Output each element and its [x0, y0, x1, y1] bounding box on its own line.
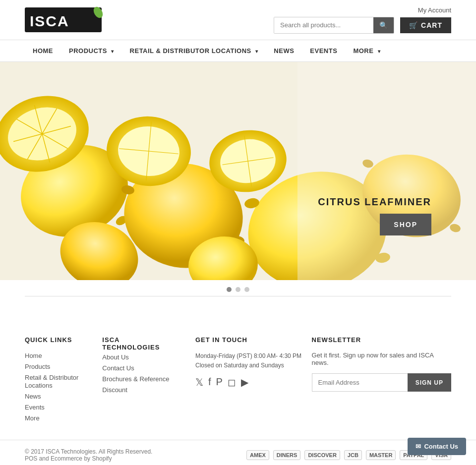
newsletter-form: SIGN UP [312, 373, 451, 392]
shop-button[interactable]: SHOP [380, 214, 431, 235]
facebook-icon[interactable]: f [208, 376, 211, 388]
hero-slide-label: CITRUS LEAFMINER [318, 196, 431, 208]
footer-get-in-touch: GET IN TOUCH Monday-Friday (PST) 8:00 AM… [195, 336, 312, 425]
search-icon: 🔍 [379, 21, 388, 29]
cart-button[interactable]: 🛒 CART [400, 17, 451, 33]
pinterest-icon[interactable]: P [216, 376, 223, 388]
slide-dot-2[interactable] [236, 287, 240, 292]
search-box: 🔍 [274, 17, 394, 34]
svg-text:ISCA: ISCA [30, 13, 69, 29]
business-hours: Monday-Friday (PST) 8:00 AM- 4:30 PM Clo… [195, 351, 312, 370]
contact-float-label: Contact Us [424, 443, 458, 450]
newsletter-heading: NEWSLETTER [312, 336, 451, 344]
header-right: My Account 🔍 🛒 CART [274, 6, 451, 34]
payment-amex: AMEX [246, 450, 269, 460]
twitter-icon[interactable]: 𝕏 [195, 376, 203, 388]
nav-item-events[interactable]: EVENTS [302, 40, 345, 61]
slide-dot-3[interactable] [244, 287, 249, 292]
hero-banner: CITRUS LEAFMINER SHOP [0, 62, 476, 280]
nav-item-products[interactable]: PRODUCTS ▾ [61, 40, 122, 61]
chevron-down-icon: ▾ [378, 49, 381, 54]
envelope-icon: ✉ [416, 443, 421, 450]
newsletter-description: Get it first. Sign up now for sales and … [312, 351, 451, 366]
footer-main: QUICK LINKS Home Products Retail & Distr… [0, 316, 476, 440]
main-nav: HOME PRODUCTS ▾ RETAIL & DISTRIBUTOR LOC… [0, 40, 476, 62]
slide-dot-1[interactable] [227, 287, 232, 292]
footer-bottom: © 2017 ISCA Technologies. All Rights Res… [0, 440, 476, 465]
social-icons: 𝕏 f P ◻ ▶ [195, 376, 312, 388]
cart-label: CART [421, 21, 442, 29]
hero-text-block: CITRUS LEAFMINER SHOP [318, 196, 431, 235]
powered-by-shopify[interactable]: POS and Ecommerce by Shopify [25, 455, 112, 462]
list-item[interactable]: Brochures & Reference [102, 375, 195, 383]
nav-item-retail[interactable]: RETAIL & DISTRIBUTOR LOCATIONS ▾ [122, 40, 266, 61]
isca-heading: ISCA TECHNOLOGIES [102, 336, 195, 351]
logo[interactable]: ISCA [25, 5, 104, 35]
list-item[interactable]: Retail & Distributor Locations [25, 373, 102, 389]
svg-rect-32 [298, 62, 476, 280]
payment-jcb: JCB [344, 450, 362, 460]
instagram-icon[interactable]: ◻ [228, 376, 236, 388]
header: ISCA My Account 🔍 🛒 CART [0, 0, 476, 40]
youtube-icon[interactable]: ▶ [241, 376, 248, 388]
cart-icon: 🛒 [409, 21, 418, 29]
list-item[interactable]: Discount [102, 386, 195, 394]
nav-item-home[interactable]: HOME [25, 40, 61, 61]
get-in-touch-heading: GET IN TOUCH [195, 336, 312, 344]
footer-quick-links: QUICK LINKS Home Products Retail & Distr… [25, 336, 102, 425]
nav-item-more[interactable]: MORE ▾ [345, 40, 388, 61]
search-cart-area: 🔍 🛒 CART [274, 17, 451, 34]
signup-button[interactable]: SIGN UP [408, 373, 451, 392]
list-item[interactable]: Products [25, 362, 102, 370]
contact-float-button[interactable]: ✉ Contact Us [408, 438, 466, 455]
my-account-link[interactable]: My Account [418, 6, 451, 14]
list-item[interactable]: More [25, 414, 102, 422]
footer-newsletter: NEWSLETTER Get it first. Sign up now for… [312, 336, 451, 425]
quick-links-heading: QUICK LINKS [25, 336, 102, 344]
chevron-down-icon: ▾ [255, 49, 258, 54]
list-item[interactable]: Events [25, 403, 102, 411]
chevron-down-icon: ▾ [111, 49, 114, 54]
footer-isca-tech: ISCA TECHNOLOGIES About Us Contact Us Br… [102, 336, 195, 425]
spacer [0, 296, 476, 316]
hero-dots [0, 280, 476, 296]
payment-master: MASTER [366, 450, 396, 460]
footer-copyright: © 2017 ISCA Technologies. All Rights Res… [25, 448, 152, 462]
nav-item-news[interactable]: NEWS [266, 40, 302, 61]
list-item[interactable]: Contact Us [102, 364, 195, 372]
list-item[interactable]: About Us [102, 353, 195, 361]
list-item[interactable]: Home [25, 351, 102, 359]
search-input[interactable] [274, 17, 373, 33]
payment-diners: DINERS [273, 450, 301, 460]
newsletter-email-input[interactable] [312, 373, 408, 392]
list-item[interactable]: News [25, 392, 102, 400]
search-button[interactable]: 🔍 [373, 17, 394, 33]
payment-discover: DISCOVER [304, 450, 340, 460]
